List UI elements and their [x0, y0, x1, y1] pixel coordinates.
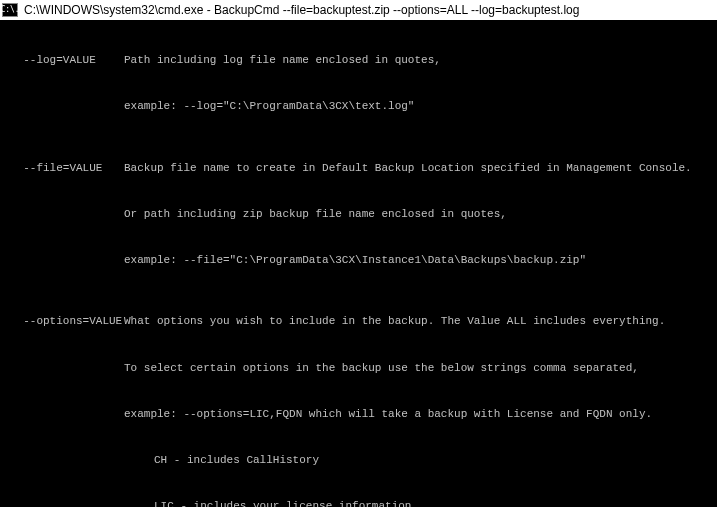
- help-text: Or path including zip backup file name e…: [4, 207, 713, 222]
- help-text: CH - includes CallHistory: [4, 453, 713, 468]
- cmd-icon: C:\.: [2, 3, 18, 17]
- window-titlebar[interactable]: C:\. C:\WINDOWS\system32\cmd.exe - Backu…: [0, 0, 717, 20]
- terminal-output: --log=VALUE Path including log file name…: [0, 20, 717, 507]
- help-text: Backup file name to create in Default Ba…: [124, 161, 713, 176]
- help-text: What options you wish to include in the …: [124, 314, 713, 329]
- help-text: example: --options=LIC,FQDN which will t…: [4, 407, 713, 422]
- help-text: LIC - includes your license information: [4, 499, 713, 507]
- help-text: To select certain options in the backup …: [4, 361, 713, 376]
- window-title: C:\WINDOWS\system32\cmd.exe - BackupCmd …: [24, 2, 579, 19]
- help-option-file: --file=VALUE: [4, 161, 124, 176]
- help-option-options: --options=VALUE: [4, 314, 124, 329]
- help-text: example: --file="C:\ProgramData\3CX\Inst…: [4, 253, 713, 268]
- help-text: Path including log file name enclosed in…: [124, 53, 713, 68]
- help-option-log: --log=VALUE: [4, 53, 124, 68]
- help-text: example: --log="C:\ProgramData\3CX\text.…: [4, 99, 713, 114]
